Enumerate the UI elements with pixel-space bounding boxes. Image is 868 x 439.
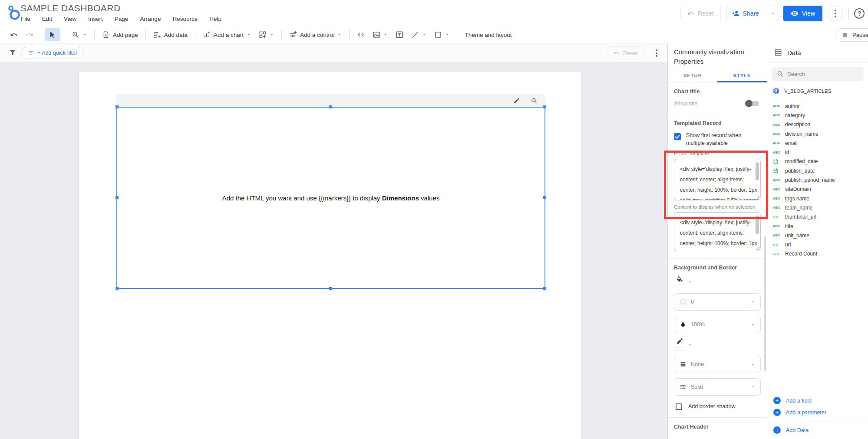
tab-setup[interactable]: SETUP bbox=[668, 69, 717, 82]
community-visualization[interactable]: Add the HTML you want and use {{markers}… bbox=[116, 94, 545, 289]
menu-item[interactable]: File bbox=[21, 16, 30, 22]
report-title[interactable]: SAMPLE DASHBOARD bbox=[20, 3, 120, 13]
field-row[interactable]: ABC 123 url bbox=[767, 240, 868, 249]
resize-handle[interactable] bbox=[329, 105, 332, 108]
resize-handle[interactable] bbox=[116, 287, 119, 290]
redo-button[interactable] bbox=[22, 28, 37, 41]
add-border-shadow-checkbox[interactable] bbox=[676, 403, 682, 410]
data-source-row[interactable]: V_BLOG_ARTICLES bbox=[767, 85, 868, 99]
theme-and-layout-button[interactable]: Theme and layout bbox=[461, 28, 515, 41]
menu-item[interactable]: Resource bbox=[172, 16, 198, 22]
field-row[interactable]: ABC 123 publish_date bbox=[767, 166, 868, 175]
field-row[interactable]: ABC 123 division_name bbox=[767, 129, 868, 138]
menu-item[interactable]: Arrange bbox=[140, 16, 161, 22]
add-page-button[interactable]: Add page bbox=[98, 28, 142, 41]
embed-url-button[interactable] bbox=[353, 28, 369, 41]
field-row[interactable]: ABC 123 author bbox=[767, 102, 868, 111]
more-options-button[interactable] bbox=[828, 6, 843, 21]
opacity-select[interactable]: 100% bbox=[674, 316, 761, 333]
textarea-resize-handle[interactable] bbox=[755, 195, 759, 199]
line-weight-icon bbox=[680, 361, 686, 368]
add-data-button[interactable]: Add data bbox=[149, 28, 191, 41]
add-control-button[interactable]: Add a control bbox=[285, 28, 346, 41]
view-button[interactable]: View bbox=[783, 6, 822, 21]
resize-handle[interactable] bbox=[543, 196, 546, 199]
community-visualizations-button[interactable] bbox=[255, 28, 278, 41]
background-color-picker[interactable] bbox=[674, 276, 761, 288]
textarea-scrollbar[interactable] bbox=[756, 162, 759, 180]
menu-item[interactable]: Edit bbox=[42, 16, 52, 22]
tab-style[interactable]: STYLE bbox=[717, 69, 767, 82]
chevron-down-icon bbox=[247, 33, 251, 37]
background-color-swatch bbox=[674, 285, 685, 288]
data-source-name: V_BLOG_ARTICLES bbox=[784, 88, 831, 94]
report-page[interactable]: Add the HTML you want and use {{markers}… bbox=[79, 72, 581, 439]
field-row[interactable]: ABC 123 thumbnail_url bbox=[767, 213, 868, 222]
panel-scrollbar[interactable] bbox=[764, 236, 766, 371]
resize-handle[interactable] bbox=[116, 105, 119, 108]
add-chart-button[interactable]: Add a chart bbox=[199, 28, 255, 41]
toolbar: Add page Add data Add a chart Add a cont… bbox=[0, 26, 868, 43]
menu-item[interactable]: View bbox=[64, 16, 76, 22]
edit-pencil-icon[interactable] bbox=[513, 97, 520, 104]
help-icon[interactable]: ? bbox=[854, 8, 865, 19]
undo-button[interactable] bbox=[6, 28, 22, 41]
field-row[interactable]: ABC 123 description bbox=[767, 120, 868, 129]
field-row[interactable]: ABC 123 tags.name bbox=[767, 194, 868, 203]
divider bbox=[94, 29, 95, 40]
field-row[interactable]: ABC 123 unit_name bbox=[767, 231, 868, 240]
border-style-select[interactable]: Solid bbox=[674, 378, 761, 396]
share-label: Share bbox=[743, 10, 759, 17]
html-template-textarea[interactable]: <div style='display: flex; justify- cont… bbox=[674, 159, 761, 200]
filter-more-options-button[interactable] bbox=[654, 48, 659, 59]
select-tool-button[interactable] bbox=[45, 28, 60, 41]
rectangle-icon bbox=[434, 31, 442, 39]
resize-handle[interactable] bbox=[329, 287, 332, 290]
textarea-scrollbar[interactable] bbox=[756, 216, 759, 234]
field-search-input[interactable]: Search bbox=[772, 67, 864, 81]
border-color-picker[interactable] bbox=[674, 338, 761, 351]
resize-handle[interactable] bbox=[116, 196, 119, 199]
menu-item[interactable]: Insert bbox=[88, 16, 103, 22]
border-radius-select[interactable]: 0 bbox=[674, 293, 761, 311]
add-quick-filter-button[interactable]: + Add quick filter bbox=[21, 47, 84, 59]
report-canvas[interactable]: Add the HTML you want and use {{markers}… bbox=[0, 62, 667, 439]
field-row[interactable]: ABC 123 title bbox=[767, 222, 868, 231]
active-tab-underline bbox=[717, 81, 767, 82]
show-title-toggle[interactable] bbox=[746, 101, 759, 106]
field-row[interactable]: ABC 123 email bbox=[767, 138, 868, 147]
field-row[interactable]: ABC 123 modified_date bbox=[767, 157, 868, 166]
filter-reset-button[interactable]: Reset bbox=[607, 46, 644, 59]
data-panel-header: Data bbox=[767, 43, 868, 62]
resize-handle[interactable] bbox=[543, 287, 546, 290]
zoom-tool-button[interactable] bbox=[68, 28, 91, 41]
filter-funnel-icon[interactable] bbox=[9, 49, 17, 56]
field-row[interactable]: ABC 123 team_name bbox=[767, 203, 868, 212]
add-data-button[interactable]: + Add Data bbox=[767, 422, 868, 439]
no-selection-textarea[interactable]: <div style='display: flex; justify- cont… bbox=[674, 212, 761, 251]
show-first-record-checkbox[interactable] bbox=[674, 133, 681, 140]
add-field-button[interactable]: + Add a field bbox=[767, 395, 868, 406]
menu-item[interactable]: Help bbox=[209, 16, 221, 22]
insert-text-button[interactable] bbox=[392, 28, 407, 41]
insert-shape-button[interactable] bbox=[430, 28, 453, 41]
pause-updates-button[interactable]: Pause u bbox=[835, 28, 868, 42]
border-weight-select[interactable]: None bbox=[674, 356, 761, 373]
menu-item[interactable]: Page bbox=[115, 16, 129, 22]
share-button[interactable]: Share bbox=[726, 6, 778, 21]
insert-image-button[interactable] bbox=[369, 28, 392, 41]
field-row[interactable]: ABC 123 id bbox=[767, 147, 868, 157]
resize-handle[interactable] bbox=[543, 105, 546, 108]
community-visualization-body[interactable]: Add the HTML you want and use {{markers}… bbox=[116, 107, 545, 289]
explore-magnifier-icon[interactable] bbox=[531, 97, 538, 104]
field-row[interactable]: ABC 123 Record Count bbox=[767, 249, 868, 259]
field-row[interactable]: ABC 123 siteDomain bbox=[767, 185, 868, 194]
field-row[interactable]: ABC 123 publish_period_name bbox=[767, 175, 868, 184]
insert-line-button[interactable] bbox=[407, 28, 430, 41]
add-field-label: Add a field bbox=[786, 398, 812, 404]
paint-bucket-icon bbox=[676, 276, 683, 284]
reset-button[interactable]: Reset bbox=[680, 6, 721, 21]
share-dropdown[interactable] bbox=[768, 6, 778, 21]
add-parameter-button[interactable]: + Add a parameter bbox=[767, 406, 868, 418]
field-row[interactable]: ABC 123 category bbox=[767, 111, 868, 120]
